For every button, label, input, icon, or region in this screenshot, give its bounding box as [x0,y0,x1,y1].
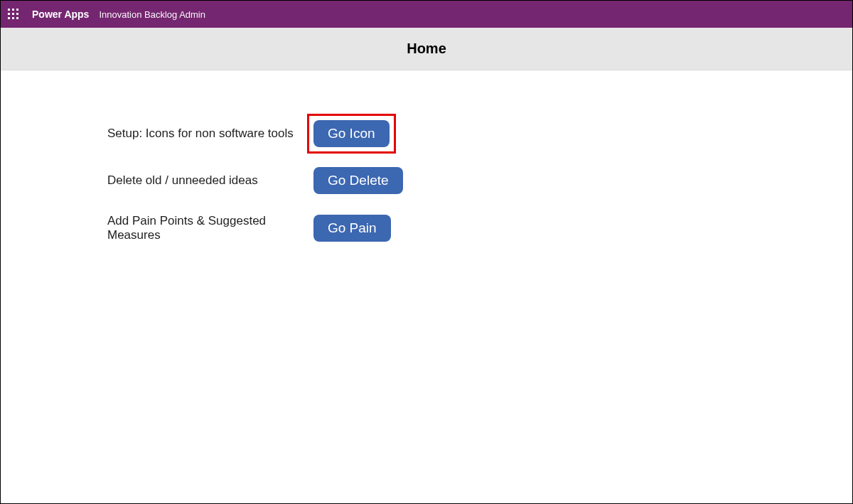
button-wrap: Go Delete [313,167,403,194]
button-wrap: Go Pain [313,215,391,242]
page-header: Home [1,28,852,70]
page-title: Home [407,41,446,57]
row-pain-points: Add Pain Points & Suggested Measures Go … [107,214,746,242]
main-content: Setup: Icons for non software tools Go I… [1,70,852,312]
row-label-setup-icons: Setup: Icons for non software tools [107,127,313,141]
go-icon-button[interactable]: Go Icon [313,120,390,147]
row-delete-ideas: Delete old / unneeded ideas Go Delete [107,167,746,194]
go-delete-button[interactable]: Go Delete [313,167,403,194]
row-label-delete-ideas: Delete old / unneeded ideas [107,173,313,188]
row-label-pain-points: Add Pain Points & Suggested Measures [107,214,313,242]
app-brand[interactable]: Power Apps [32,9,89,20]
app-launcher-icon[interactable] [8,9,19,20]
app-top-bar: Power Apps Innovation Backlog Admin [1,1,852,28]
go-pain-button[interactable]: Go Pain [313,215,391,242]
app-name: Innovation Backlog Admin [99,9,205,20]
row-setup-icons: Setup: Icons for non software tools Go I… [107,120,746,147]
highlight-box: Go Icon [307,114,396,154]
